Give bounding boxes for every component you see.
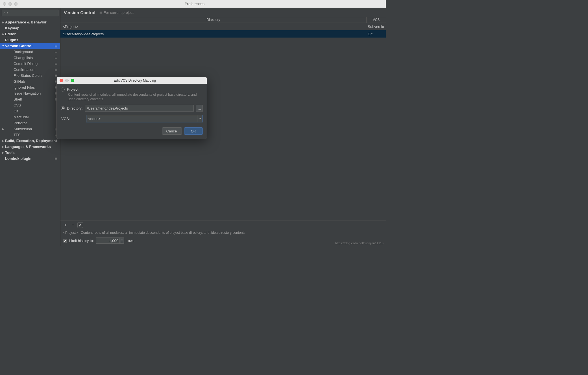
minimize-dialog-icon	[65, 79, 69, 82]
sidebar-item-file-status-colors[interactable]: File Status Colors▤	[0, 73, 60, 79]
sidebar-item-git[interactable]: Git	[0, 108, 60, 114]
sidebar-item-label: GitHub	[14, 79, 25, 84]
col-header-vcs[interactable]: VCS	[367, 17, 386, 23]
browse-button[interactable]: …	[196, 105, 203, 112]
sidebar-item-editor[interactable]: ▶Editor	[0, 31, 60, 37]
table-row[interactable]: <Project>Subversio	[60, 23, 386, 30]
close-window-icon[interactable]	[3, 2, 6, 6]
sidebar-item-github[interactable]: GitHub▤	[0, 79, 60, 84]
sidebar-item-version-control[interactable]: ▼Version Control▤	[0, 43, 60, 49]
chevron-right-icon[interactable]: ▶	[2, 128, 5, 130]
chevron-down-icon[interactable]: ▼	[197, 115, 203, 122]
sidebar-item-label: Plugins	[5, 38, 18, 42]
window-title: Preferences	[18, 2, 372, 6]
table-row[interactable]: /Users/ifeng/IdeaProjectsGit	[60, 30, 386, 38]
minimize-window-icon[interactable]	[8, 2, 12, 6]
help-text: <Project> - Content roots of all modules…	[60, 229, 386, 236]
sidebar-item-tfs[interactable]: TFS▤	[0, 132, 60, 138]
limit-history-checkbox[interactable]	[63, 239, 67, 243]
close-dialog-icon[interactable]	[60, 79, 63, 82]
sidebar-item-label: Build, Execution, Deployment	[5, 139, 57, 143]
sidebar-item-issue-navigation[interactable]: Issue Navigation▤	[0, 90, 60, 96]
directory-radio[interactable]	[61, 106, 65, 110]
project-scope-icon: ▤	[55, 68, 57, 71]
ellipsis-icon: …	[198, 106, 201, 110]
project-scope-icon: ▤	[99, 11, 102, 14]
cell-directory: <Project>	[60, 25, 367, 29]
edit-button[interactable]	[77, 222, 83, 228]
page-title: Version Control	[64, 10, 95, 15]
remove-button[interactable]: −	[70, 222, 76, 228]
sidebar-item-languages-frameworks[interactable]: ▶Languages & Frameworks	[0, 144, 60, 150]
project-scope-icon: ▤	[55, 50, 57, 54]
scope-badge: ▤ For current project	[99, 10, 134, 15]
sidebar-item-label: CVS	[14, 103, 21, 107]
sidebar-item-plugins[interactable]: Plugins	[0, 37, 60, 43]
sidebar-item-label: Mercurial	[14, 115, 29, 119]
sidebar-item-subversion[interactable]: ▶Subversion▤	[0, 126, 60, 132]
limit-history-label: Limit history to:	[69, 239, 94, 243]
sidebar-item-label: Languages & Frameworks	[5, 145, 51, 149]
sidebar-item-label: Commit Dialog	[14, 62, 38, 66]
sidebar-item-label: Editor	[5, 32, 16, 36]
sidebar-item-build-execution-deployment[interactable]: ▶Build, Execution, Deployment	[0, 138, 60, 144]
sidebar-item-mercurial[interactable]: Mercurial	[0, 114, 60, 120]
chevron-down-icon[interactable]: ▼	[2, 45, 5, 47]
traffic-lights	[3, 2, 18, 6]
sidebar-item-label: Tools	[5, 151, 15, 155]
directory-label: Directory:	[67, 106, 83, 110]
sidebar-item-label: Perforce	[14, 121, 27, 125]
sidebar-item-label: Issue Navigation	[14, 91, 41, 95]
project-radio-label: Project	[67, 87, 78, 91]
sidebar-item-cvs[interactable]: CVS	[0, 102, 60, 108]
project-radio[interactable]	[61, 88, 65, 91]
sidebar-item-confirmation[interactable]: Confirmation▤	[0, 67, 60, 73]
ok-button[interactable]: OK	[184, 127, 203, 135]
cell-vcs: Git	[367, 32, 386, 36]
chevron-right-icon[interactable]: ▶	[2, 21, 5, 24]
cell-vcs: Subversio	[367, 25, 386, 29]
sidebar-item-lombok-plugin[interactable]: Lombok plugin▤	[0, 156, 60, 162]
sidebar-item-label: Appearance & Behavior	[5, 20, 47, 24]
col-header-directory[interactable]: Directory	[60, 17, 367, 23]
sidebar-item-label: Keymap	[5, 26, 19, 30]
dialog-titlebar: Edit VCS Directory Mapping	[57, 77, 207, 84]
vcs-select-value: <none>	[88, 117, 101, 121]
window-titlebar: Preferences	[0, 0, 386, 8]
chevron-right-icon[interactable]: ▶	[2, 139, 5, 142]
sidebar-item-background[interactable]: Background▤	[0, 49, 60, 55]
sidebar-item-label: Confirmation	[14, 67, 34, 72]
sidebar-item-perforce[interactable]: Perforce	[0, 120, 60, 126]
directory-input[interactable]	[85, 105, 194, 112]
search-history-icon[interactable]: ▾	[7, 12, 8, 14]
sidebar-item-changelists[interactable]: Changelists▤	[0, 55, 60, 61]
scope-label: For current project	[104, 10, 134, 15]
zoom-window-icon[interactable]	[14, 2, 18, 6]
watermark: https://blog.csdn.net/ruanjian11110	[335, 241, 384, 245]
chevron-right-icon[interactable]: ▶	[2, 151, 5, 154]
project-scope-icon: ▤	[55, 157, 57, 160]
sidebar-item-appearance-behavior[interactable]: ▶Appearance & Behavior	[0, 19, 60, 25]
vcs-select[interactable]: <none>	[86, 115, 203, 122]
zoom-dialog-icon[interactable]	[71, 79, 74, 82]
sidebar-item-label: Version Control	[5, 44, 32, 48]
limit-spinner[interactable]: ▲▼	[119, 238, 124, 243]
chevron-right-icon[interactable]: ▶	[2, 33, 5, 36]
cancel-button[interactable]: Cancel	[162, 127, 182, 135]
sidebar-item-tools[interactable]: ▶Tools	[0, 150, 60, 156]
search-input[interactable]	[2, 10, 58, 16]
sidebar-item-commit-dialog[interactable]: Commit Dialog▤	[0, 61, 60, 67]
sidebar-item-shelf[interactable]: Shelf▤	[0, 96, 60, 102]
add-button[interactable]: +	[63, 222, 68, 228]
sidebar-item-keymap[interactable]: Keymap	[0, 25, 60, 31]
settings-tree: ▶Appearance & BehaviorKeymap▶EditorPlugi…	[0, 18, 60, 246]
limit-suffix: rows	[127, 239, 134, 243]
edit-vcs-mapping-dialog: Edit VCS Directory Mapping Project Conte…	[56, 77, 207, 139]
cell-directory: /Users/ifeng/IdeaProjects	[60, 32, 367, 36]
dialog-title: Edit VCS Directory Mapping	[74, 79, 195, 82]
chevron-right-icon[interactable]: ▶	[2, 145, 5, 148]
sidebar-item-ignored-files[interactable]: Ignored Files▤	[0, 84, 60, 90]
project-scope-icon: ▤	[55, 74, 57, 77]
sidebar-item-label: TFS	[14, 133, 21, 137]
pencil-icon	[79, 223, 82, 227]
